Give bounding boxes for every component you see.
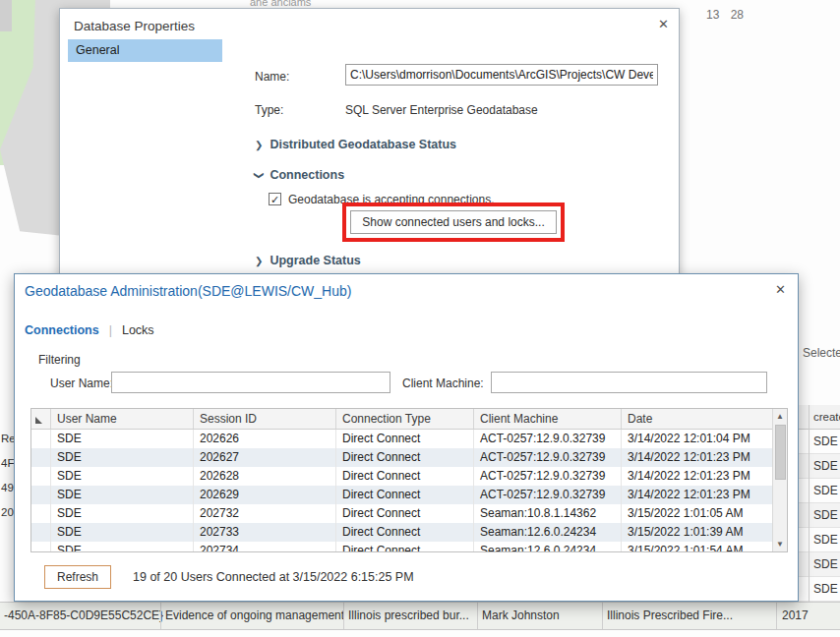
cell-date: 3/14/2022 12:01:23 PM: [622, 486, 774, 504]
cell-date: 3/15/2022 1:01:05 AM: [622, 504, 774, 523]
background-table-cell: SDE: [799, 528, 840, 552]
cell-user-name: SDE: [51, 523, 194, 542]
map-street-label: ane anciams: [250, 0, 311, 8]
connections-table: User Name Session ID Connection Type Cli…: [30, 408, 788, 552]
name-label: Name:: [255, 70, 289, 84]
cell-session-id: 202629: [194, 486, 336, 504]
dialog-title: Geodatabase Administration(SDE@LEWIS/CW_…: [25, 283, 351, 299]
cell-connection-type: Direct Connect: [336, 486, 474, 504]
row-selector[interactable]: [31, 542, 51, 552]
table-row[interactable]: SDE 202734 Direct Connect Seaman:12.6.0.…: [31, 542, 787, 552]
cell-client-machine: Seaman:12.6.0.24234: [474, 523, 622, 542]
background-table-cell: SDE: [799, 430, 840, 454]
table-row[interactable]: SDE 202627 Direct Connect ACT-0257:12.9.…: [31, 448, 787, 467]
background-cell: Illinois prescribed bur...: [348, 603, 469, 629]
dialog-title: Database Properties: [74, 19, 195, 33]
section-label: Upgrade Status: [270, 254, 360, 267]
cell-date: 3/15/2022 1:01:39 AM: [622, 523, 774, 542]
background-table-cell: SDE: [799, 552, 840, 577]
tab-connections[interactable]: Connections: [25, 323, 99, 337]
background-table-cell: SDE: [799, 503, 840, 528]
cell-session-id: 202626: [194, 430, 336, 448]
table-row[interactable]: SDE 202733 Direct Connect Seaman:12.6.0.…: [31, 523, 787, 542]
scroll-up-icon[interactable]: ▲: [773, 409, 787, 424]
background-table-row: -450A-8F85-C0D9E55C52CE} Evidence of ong…: [0, 602, 840, 630]
background-column-gridline: [809, 405, 810, 602]
gridline: [477, 603, 478, 629]
cell-client-machine: Seaman:10.8.1.14362: [474, 504, 622, 523]
close-icon[interactable]: ✕: [775, 282, 786, 297]
table-row[interactable]: SDE 202626 Direct Connect ACT-0257:12.9.…: [31, 430, 787, 448]
table-header-row: User Name Session ID Connection Type Cli…: [31, 409, 787, 430]
background-cell: 2017: [782, 603, 809, 629]
row-selector-header[interactable]: [31, 409, 51, 429]
close-icon[interactable]: ✕: [658, 17, 669, 31]
column-header-date[interactable]: Date: [622, 409, 774, 429]
tab-separator: |: [109, 323, 112, 337]
cell-client-machine: ACT-0257:12.9.0.32739: [474, 467, 622, 486]
sidebar-item-general[interactable]: General: [68, 39, 222, 62]
cell-session-id: 202628: [194, 467, 336, 486]
background-guid-cell: -450A-8F85-C0D9E55C52CE}: [4, 603, 163, 629]
cell-date: 3/14/2022 12:01:04 PM: [622, 430, 774, 448]
map-coordinate-label: 13 28: [706, 8, 744, 22]
client-machine-filter-input[interactable]: [491, 372, 767, 393]
section-upgrade-status[interactable]: ❯Upgrade Status: [255, 254, 361, 267]
cell-session-id: 202734: [194, 542, 336, 552]
chevron-down-icon: ❯: [254, 171, 265, 179]
section-distributed-geodatabase-status[interactable]: ❯Distributed Geodatabase Status: [255, 138, 456, 151]
cell-connection-type: Direct Connect: [336, 430, 474, 448]
chevron-right-icon: ❯: [255, 140, 263, 150]
type-value: SQL Server Enterprise Geodatabase: [345, 103, 538, 117]
column-header-client-machine[interactable]: Client Machine: [474, 409, 622, 429]
gridline: [602, 603, 603, 629]
row-selector[interactable]: [31, 486, 51, 504]
accepting-connections-checkbox[interactable]: ✓: [269, 193, 281, 205]
scroll-down-icon[interactable]: ▼: [773, 537, 787, 551]
column-header-user-name[interactable]: User Name: [51, 409, 194, 429]
cell-user-name: SDE: [51, 486, 194, 504]
refresh-button[interactable]: Refresh: [44, 565, 111, 589]
tab-locks[interactable]: Locks: [122, 323, 154, 337]
section-label: Connections: [270, 168, 344, 182]
cell-connection-type: Direct Connect: [336, 542, 474, 552]
table-row[interactable]: SDE 202732 Direct Connect Seaman:10.8.1.…: [31, 504, 787, 523]
cell-connection-type: Direct Connect: [336, 448, 474, 467]
chevron-right-icon: ❯: [255, 256, 263, 266]
row-selector[interactable]: [31, 523, 51, 542]
red-annotation-rectangle: [342, 203, 565, 242]
name-field[interactable]: [345, 64, 658, 86]
connection-status-text: 19 of 20 Users Connected at 3/15/2022 6:…: [133, 565, 414, 589]
column-header-connection-type[interactable]: Connection Type: [336, 409, 474, 429]
background-cell: Illinois Prescribed Fire...: [607, 603, 733, 629]
background-table-cell: SDE: [799, 577, 840, 602]
cell-connection-type: Direct Connect: [336, 467, 474, 486]
background-column-header: create: [799, 405, 840, 430]
gridline: [343, 603, 344, 629]
user-name-filter-input[interactable]: [111, 372, 390, 393]
section-connections[interactable]: ❯Connections: [255, 168, 344, 182]
cell-session-id: 202627: [194, 448, 336, 467]
cell-user-name: SDE: [51, 448, 194, 467]
geodatabase-administration-dialog: Geodatabase Administration(SDE@LEWIS/CW_…: [14, 273, 799, 602]
map-gray-building-small: [0, 0, 12, 31]
row-selector[interactable]: [31, 467, 51, 486]
background-table-cell: SDE: [799, 454, 840, 479]
cell-user-name: SDE: [51, 504, 194, 523]
table-row[interactable]: SDE 202629 Direct Connect ACT-0257:12.9.…: [31, 486, 787, 504]
row-selector[interactable]: [31, 430, 51, 448]
background-cell: Mark Johnston: [482, 603, 560, 629]
cell-date: 3/15/2022 1:01:54 AM: [622, 542, 774, 552]
database-properties-dialog: Database Properties ✕ General Name: Type…: [59, 8, 680, 283]
table-row[interactable]: SDE 202628 Direct Connect ACT-0257:12.9.…: [31, 467, 787, 486]
cell-user-name: SDE: [51, 430, 194, 448]
vertical-scrollbar[interactable]: ▲ ▼: [772, 409, 787, 551]
filtering-group-label: Filtering: [38, 353, 81, 367]
row-selector[interactable]: [31, 448, 51, 467]
column-header-session-id[interactable]: Session ID: [194, 409, 336, 429]
scrollbar-thumb[interactable]: [775, 425, 786, 480]
gridline: [160, 603, 161, 629]
tab-strip: Connections | Locks: [25, 323, 154, 337]
row-selector[interactable]: [31, 504, 51, 523]
background-table-cell: SDE: [799, 479, 840, 503]
